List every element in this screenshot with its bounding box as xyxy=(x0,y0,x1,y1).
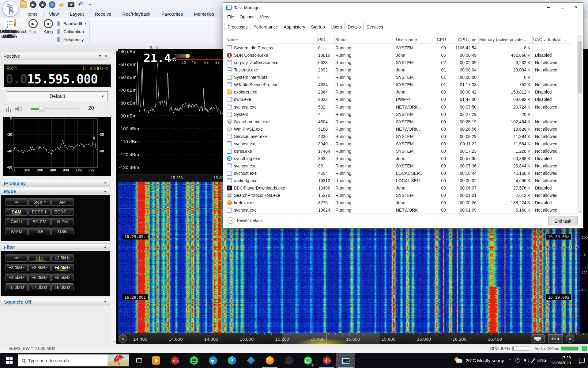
stop-icon[interactable]: ■ xyxy=(39,1,46,8)
ribbon-tab[interactable]: Receive xyxy=(89,10,117,18)
taskbar-app-button[interactable] xyxy=(241,353,260,368)
table-row[interactable]: dwm.exe 2832 Running DWM-4 00 01:47:00 6… xyxy=(226,96,572,103)
hidden-icons-chevron[interactable]: ⌃ xyxy=(508,358,511,362)
weather-widget[interactable]: 26°C Mostly sunny xyxy=(454,357,504,364)
filter-button[interactable]: ±4.0kHz xyxy=(51,264,74,271)
mode-button[interactable]: ECSS-L xyxy=(28,208,51,216)
close-button[interactable]: × xyxy=(569,3,583,12)
task-manager-tab[interactable]: Services xyxy=(364,23,386,31)
task-manager-tab[interactable]: Users xyxy=(328,23,345,31)
scroll-left-button[interactable]: « xyxy=(119,334,127,343)
column-header[interactable]: CPU time xyxy=(448,35,479,44)
menu-item[interactable]: Options xyxy=(237,13,257,21)
stop-button[interactable]: Stop xyxy=(40,19,56,34)
column-header[interactable]: PID xyxy=(318,35,335,44)
mode-button[interactable]: ECSS-U xyxy=(51,208,74,216)
table-scrollbar[interactable] xyxy=(577,35,582,214)
ribbon-tab[interactable]: Rec/Playback xyxy=(117,10,156,18)
table-row[interactable]: System 4 Running SYSTEM 00 03:27:29 20 K xyxy=(226,111,572,118)
filter-button[interactable]: ±7.0kHz xyxy=(28,283,51,291)
task-manager-tab[interactable]: Performance xyxy=(250,23,281,31)
filter-button[interactable]: ±5.5kHz xyxy=(51,274,74,281)
menu-item[interactable]: File xyxy=(224,13,237,21)
taskbar-app-button[interactable] xyxy=(260,353,279,368)
add-icon[interactable]: + xyxy=(49,1,55,8)
mode-button[interactable]: AM xyxy=(51,198,74,206)
ribbon-tab[interactable]: Layout xyxy=(64,10,89,18)
undo-icon[interactable]: ↶ xyxy=(77,1,84,8)
task-manager-tab[interactable]: App history xyxy=(281,23,308,31)
filter-button[interactable]: ±3.0kHz xyxy=(6,264,28,271)
table-row[interactable]: svchost.exe 13624 Running NETWORK 00 00:… xyxy=(226,206,572,214)
collapsed-section[interactable]: Squelch: Off▼ xyxy=(1,298,110,305)
ribbon-menu-button[interactable]: Calibration xyxy=(56,28,88,36)
end-task-button[interactable]: End task xyxy=(548,217,578,225)
table-row[interactable]: svchost.exe 3940 Running SYSTEM 00 00:11… xyxy=(226,140,572,148)
table-row[interactable]: SearchIndexer.exe 4604 Running SYSTEM 00… xyxy=(226,118,572,125)
table-row[interactable]: WTabletServicePro.exe 4624 Running SYSTE… xyxy=(226,81,572,88)
ribbon-menu-button[interactable]: Bandwidth▾ xyxy=(56,20,88,28)
filter-button[interactable]: ±8.0kHz xyxy=(51,283,74,291)
table-row[interactable]: SearchProtocolHost.exe 15276 Running SYS… xyxy=(226,192,572,199)
start-button[interactable]: Start xyxy=(25,19,41,34)
mode-button[interactable]: BC-FM xyxy=(28,218,51,225)
table-row[interactable]: explorer.exe 2364 Running John 00 00:38:… xyxy=(226,88,572,96)
table-row[interactable]: BBCiPlayerDownloads.exe 13496 Running Jo… xyxy=(226,184,572,192)
filter-button[interactable]: « | » xyxy=(28,254,51,262)
panel-scrollbar[interactable] xyxy=(111,51,116,344)
table-row[interactable]: audiodg.exe 16312 Running LOCAL SER... 0… xyxy=(226,177,572,184)
update-tray-icon[interactable] xyxy=(515,358,520,363)
taskbar-app-button[interactable] xyxy=(222,353,241,368)
filter-section[interactable]: Filter▲ xyxy=(1,243,110,250)
ribbon-dropdown-group[interactable]: MW/FM Notch Off ▼ xyxy=(0,19,19,39)
column-header[interactable]: Status xyxy=(335,35,395,44)
taskbar-app-button[interactable] xyxy=(165,353,184,368)
column-header[interactable]: Name xyxy=(226,35,318,44)
volume-slider-thumb[interactable] xyxy=(39,106,44,112)
task-manager-tab[interactable]: Startup xyxy=(308,23,328,31)
taskbar-clock[interactable]: 17:29 13/06/2023 xyxy=(551,355,571,366)
column-header[interactable]: UAC virtualizati... xyxy=(533,35,572,44)
ribbon-tab[interactable]: Memories xyxy=(188,10,220,18)
table-row[interactable]: System Idle Process 0 Running SYSTEM 90 … xyxy=(226,44,572,52)
filter-button[interactable]: ±2.5kHz xyxy=(51,254,74,262)
ribbon-tab[interactable]: Favourites xyxy=(156,10,188,18)
mode-button[interactable]: SAM xyxy=(6,208,28,216)
mode-section[interactable]: Mode▲ xyxy=(1,188,110,194)
taskbar-app-button[interactable] xyxy=(317,353,336,368)
fewer-details-button[interactable]: Fewer details xyxy=(228,217,262,224)
task-manager-titlebar[interactable]: Task Manager xyxy=(223,3,583,13)
task-manager-tab[interactable]: Details xyxy=(345,22,364,31)
table-row[interactable]: SDR Console.exe 18816 Running John 05 00… xyxy=(226,52,572,59)
mode-button[interactable]: W-FM xyxy=(6,228,28,235)
ribbon-tab[interactable]: Home xyxy=(20,10,43,18)
frequency-display[interactable]: RX 1 0 - 4000 Hz 0.015.595.000 xyxy=(4,64,111,87)
close-icon[interactable]: × xyxy=(105,53,107,58)
filter-button[interactable]: ±6.0kHz xyxy=(6,283,28,291)
language-indicator[interactable]: ENG xyxy=(537,358,547,363)
speaker-icon[interactable] xyxy=(15,105,23,112)
scroll-up-icon[interactable] xyxy=(111,51,116,56)
table-row[interactable]: svchost.exe 88 Running SYSTEM 00 00:07:3… xyxy=(226,162,572,170)
taskbar-app-button[interactable] xyxy=(279,353,298,368)
table-row[interactable]: WmiPrvSE.exe 5180 Running NETWORK ... 00… xyxy=(226,125,572,133)
scroll-up-icon[interactable] xyxy=(577,35,582,40)
mode-button[interactable]: CW-U xyxy=(6,218,28,225)
app-logo[interactable] xyxy=(2,1,18,17)
search-box[interactable]: Type here to search xyxy=(18,354,129,366)
table-row[interactable]: System interrupts - Running SYSTEM 01 00… xyxy=(226,74,572,81)
mode-button[interactable]: LSB xyxy=(28,228,51,235)
table-row[interactable]: syncthing.exe 3932 Running John 00 00:57… xyxy=(226,155,572,162)
s-meter-slider-thumb[interactable] xyxy=(186,54,190,58)
zoom-button[interactable]: x5▶ xyxy=(548,334,563,343)
pen-tray-icon[interactable] xyxy=(531,358,535,362)
profile-dropdown[interactable]: Default▼ xyxy=(7,91,108,101)
table-row[interactable]: sdrplay_apiService.exe 6628 Running SYST… xyxy=(226,59,572,66)
receive-panel-header[interactable]: Receive ▼× xyxy=(1,52,110,59)
action-center-button[interactable] xyxy=(576,353,588,368)
volume-tray-icon[interactable] xyxy=(524,358,529,362)
column-header[interactable]: User name xyxy=(395,35,434,44)
minimize-button[interactable] xyxy=(542,3,556,12)
collapse-icon[interactable]: ▼ xyxy=(98,54,102,58)
table-row[interactable]: ServiceLayer.exe 4336 Running SYSTEM 00 … xyxy=(226,133,572,140)
